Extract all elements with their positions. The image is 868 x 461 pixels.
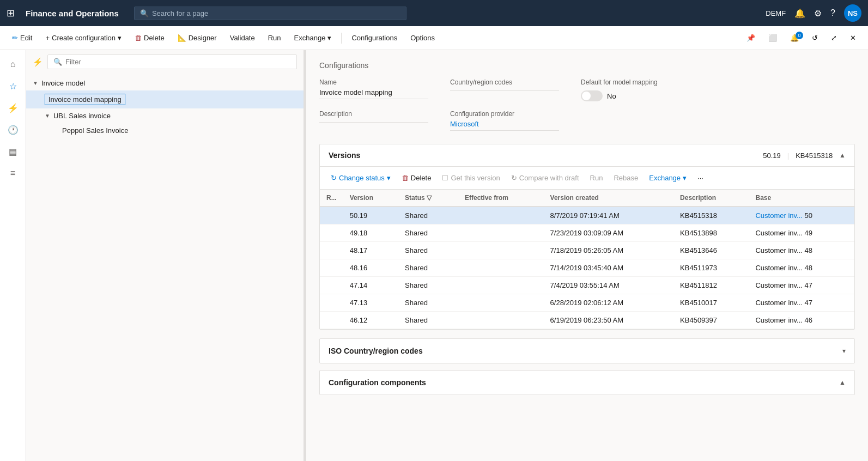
options-button[interactable]: Options xyxy=(405,31,440,45)
tree-label-ubl-sales: UBL Sales invoice xyxy=(53,112,111,120)
change-status-button[interactable]: ↻ Change status ▾ xyxy=(326,171,395,185)
base-link: Customer inv... xyxy=(755,281,802,289)
col-base[interactable]: Base xyxy=(749,190,854,207)
filter-input-field[interactable] xyxy=(65,58,291,66)
default-group: Default for model mapping No xyxy=(581,78,658,101)
tree-item-invoice-model-mapping[interactable]: Invoice model mapping xyxy=(26,90,304,108)
name-label: Name xyxy=(319,78,428,86)
default-toggle[interactable] xyxy=(581,90,603,101)
tree-item-peppol[interactable]: Peppol Sales Invoice xyxy=(26,123,304,138)
col-description[interactable]: Description xyxy=(673,190,749,207)
base-num: 50 xyxy=(803,211,812,220)
col-base: Customer inv... 47 xyxy=(749,277,854,294)
table-row[interactable]: 47.13Shared6/28/2019 02:06:12 AMKB451001… xyxy=(320,294,854,312)
toggle-knob xyxy=(582,92,591,100)
table-row[interactable]: 47.14Shared7/4/2019 03:55:14 AMKB4511812… xyxy=(320,277,854,294)
col-effective-from xyxy=(458,259,544,277)
collapse-icon[interactable]: ▲ xyxy=(839,151,846,159)
filter-icon-panel[interactable]: ⚡ xyxy=(33,57,43,67)
edit-button[interactable]: ✏ Edit xyxy=(7,31,38,45)
base-num: 48 xyxy=(803,246,812,254)
notification-icon[interactable]: 🔔 xyxy=(794,8,805,19)
config-components-title: Configuration components xyxy=(329,378,426,387)
provider-group: Configuration provider Microsoft xyxy=(450,110,559,131)
exchange-button[interactable]: Exchange ▾ xyxy=(289,31,337,45)
base-num: 47 xyxy=(803,299,812,307)
col-effective-from xyxy=(458,312,544,329)
compare-label: Compare with draft xyxy=(519,174,579,182)
star-icon[interactable]: ☆ xyxy=(3,76,23,96)
list-icon[interactable]: ≡ xyxy=(3,163,23,183)
col-r xyxy=(320,259,343,277)
more-button[interactable]: ··· xyxy=(693,171,708,185)
col-version-created[interactable]: Version created xyxy=(544,190,674,207)
col-version[interactable]: Version xyxy=(343,190,398,207)
table-row[interactable]: 49.18Shared7/23/2019 03:09:09 AMKB451389… xyxy=(320,225,854,242)
layout-button[interactable]: ⬜ xyxy=(763,31,782,45)
col-version: 46.12 xyxy=(343,312,398,329)
table-row[interactable]: 46.12Shared6/19/2019 06:23:50 AMKB450939… xyxy=(320,312,854,329)
calendar-icon[interactable]: ▤ xyxy=(3,142,23,161)
get-version-button[interactable]: ☐ Get this version xyxy=(438,171,504,185)
kb-number: KB4515318 xyxy=(796,151,833,160)
col-description: KB4511973 xyxy=(673,259,749,277)
refresh-button[interactable]: ↺ xyxy=(806,31,823,45)
col-r xyxy=(320,225,343,242)
create-config-button[interactable]: + Create configuration ▾ xyxy=(40,31,127,45)
col-status: Shared xyxy=(398,294,458,312)
avatar[interactable]: NS xyxy=(844,4,861,22)
filter-input-container[interactable]: 🔍 xyxy=(47,54,297,69)
col-version: 47.14 xyxy=(343,277,398,294)
table-row[interactable]: 48.16Shared7/14/2019 03:45:40 AMKB451197… xyxy=(320,259,854,277)
close-button[interactable]: ✕ xyxy=(845,31,861,45)
col-effective-from xyxy=(458,225,544,242)
versions-title: Versions xyxy=(329,151,360,160)
search-bar[interactable]: 🔍 Search for a page xyxy=(134,7,406,20)
run-ver-button[interactable]: Run xyxy=(586,171,608,185)
clock-icon[interactable]: 🕐 xyxy=(3,120,23,139)
filter-icon[interactable]: ⚡ xyxy=(3,98,23,118)
app-title: Finance and Operations xyxy=(26,9,119,18)
delete-ver-button[interactable]: 🗑 Delete xyxy=(397,171,436,185)
rebase-button[interactable]: Rebase xyxy=(609,171,642,185)
col-description: KB4513898 xyxy=(673,225,749,242)
delete-button[interactable]: 🗑 Delete xyxy=(129,31,170,45)
provider-value[interactable]: Microsoft xyxy=(450,120,559,131)
col-status[interactable]: Status ▽ xyxy=(398,190,458,207)
col-status: Shared xyxy=(398,242,458,259)
change-status-label: Change status xyxy=(339,174,385,182)
waffle-icon[interactable]: ⊞ xyxy=(7,7,15,19)
col-base: Customer inv... 48 xyxy=(749,242,854,259)
validate-label: Validate xyxy=(230,34,255,42)
iso-header[interactable]: ISO Country/region codes ▾ xyxy=(320,339,854,363)
exchange-label: Exchange xyxy=(294,34,326,42)
tree-panel: ▼ Invoice model Invoice model mapping ▼ … xyxy=(26,74,304,461)
col-description: KB4511812 xyxy=(673,277,749,294)
designer-button[interactable]: 📐 Designer xyxy=(172,31,222,45)
config-components-header[interactable]: Configuration components ▲ xyxy=(320,371,854,395)
exchange-ver-label: Exchange xyxy=(649,174,681,182)
pin-button[interactable]: 📌 xyxy=(741,31,761,45)
table-row[interactable]: 48.17Shared7/18/2019 05:26:05 AMKB451364… xyxy=(320,242,854,259)
notification-badge-button[interactable]: 🔔 0 xyxy=(785,31,804,45)
configurations-button[interactable]: Configurations xyxy=(346,31,403,45)
col-effective-from[interactable]: Effective from xyxy=(458,190,544,207)
config-components-chevron: ▲ xyxy=(839,379,846,386)
delete-label: Delete xyxy=(144,34,165,42)
base-link[interactable]: Customer inv... xyxy=(755,211,802,220)
versions-toolbar: ↻ Change status ▾ 🗑 Delete ☐ Get this ve… xyxy=(320,167,854,190)
home-icon[interactable]: ⌂ xyxy=(3,54,23,74)
tree-item-invoice-model[interactable]: ▼ Invoice model xyxy=(26,76,304,90)
table-row[interactable]: 50.19Shared8/7/2019 07:19:41 AMKB4515318… xyxy=(320,207,854,225)
open-button[interactable]: ⤢ xyxy=(825,31,842,45)
left-panel-toolbar: ⚡ 🔍 xyxy=(26,50,304,74)
tree-item-ubl-sales[interactable]: ▼ UBL Sales invoice xyxy=(26,108,304,123)
exchange-ver-button[interactable]: Exchange ▾ xyxy=(645,171,691,185)
settings-icon[interactable]: ⚙ xyxy=(814,8,822,19)
validate-button[interactable]: Validate xyxy=(224,31,260,45)
options-label: Options xyxy=(410,34,435,42)
delete-icon: 🗑 xyxy=(135,34,142,42)
help-icon[interactable]: ? xyxy=(830,8,835,18)
run-button[interactable]: Run xyxy=(263,31,287,45)
compare-draft-button[interactable]: ↻ Compare with draft xyxy=(507,171,584,185)
